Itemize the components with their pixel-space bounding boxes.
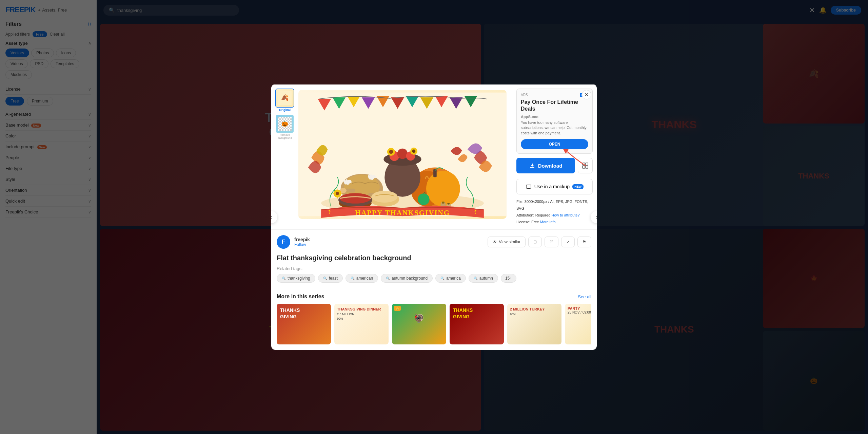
tags-section: Related tags: 🔍 thanksgiving 🔍 feast 🔍 a… xyxy=(277,266,591,283)
tag-thanksgiving[interactable]: 🔍 thanksgiving xyxy=(277,274,315,283)
svg-rect-50 xyxy=(447,203,450,204)
tag-autumn[interactable]: 🔍 autumn xyxy=(469,274,498,283)
series-item-4[interactable]: THANKSGIVING xyxy=(450,304,504,344)
svg-point-52 xyxy=(336,191,339,195)
svg-point-32 xyxy=(389,150,393,154)
collection-btn[interactable]: ⊡ xyxy=(528,237,542,247)
svg-point-54 xyxy=(329,209,330,211)
modal: ✕ ‹ › 🍂 Original xyxy=(271,84,597,350)
crown-badge: 👑 xyxy=(394,306,401,311)
attribution-link[interactable]: How to attribute? xyxy=(551,213,579,217)
ads-source: AppSumo xyxy=(521,115,588,119)
series-item-1[interactable]: THANKSGIVING xyxy=(277,304,331,344)
tag-feast[interactable]: 🔍 feast xyxy=(318,274,343,283)
modal-bottom-section: F freepik Follow 👁 View similar ⊡ ♡ ↗ xyxy=(271,229,597,294)
main-image: HAPPY THANKSGIVING xyxy=(298,90,507,219)
search-tag-icon-6: 🔍 xyxy=(474,276,478,280)
author-avatar: F xyxy=(277,235,290,249)
file-info-license: License: Free More info xyxy=(516,219,593,225)
share-icon: ↗ xyxy=(566,240,570,244)
search-tag-icon-2: 🔍 xyxy=(323,276,327,280)
thumb-original[interactable]: 🍂 Original xyxy=(275,88,294,111)
series-item-5[interactable]: 2 MILLION TURKEY 90% xyxy=(507,304,561,344)
svg-rect-48 xyxy=(442,201,445,203)
thumbnail-list: 🍂 Original xyxy=(271,84,298,229)
image-section: 🍂 Original xyxy=(271,84,512,229)
series-title: More in this series xyxy=(277,294,324,300)
see-all-btn[interactable]: See all xyxy=(578,294,591,299)
share-btn[interactable]: ↗ xyxy=(561,237,575,247)
search-tag-icon-5: 🔍 xyxy=(440,276,445,280)
action-buttons: 👁 View similar ⊡ ♡ ↗ ⚑ xyxy=(488,237,591,247)
series-header: More in this series See all xyxy=(277,294,591,300)
author-info: freepik Follow xyxy=(294,237,484,247)
main-image-area: HAPPY THANKSGIVING xyxy=(298,84,512,229)
author-follow-btn[interactable]: Follow xyxy=(294,242,484,247)
thumb-original-label: Original xyxy=(275,108,294,111)
search-tag-icon: 🔍 xyxy=(282,276,286,280)
download-icon xyxy=(529,163,535,169)
thanksgiving-illustration: HAPPY THANKSGIVING xyxy=(298,90,507,219)
license-link[interactable]: More info xyxy=(540,220,556,224)
view-similar-btn[interactable]: 👁 View similar xyxy=(488,237,526,247)
ads-title: Pay Once For Lifetime Deals xyxy=(521,98,588,113)
series-grid: THANKSGIVING THANKSGIVING DINNER 2.5 MIL… xyxy=(277,304,591,344)
asset-title: Flat thanksgiving celebration background xyxy=(277,254,591,262)
tags-label: Related tags: xyxy=(277,266,591,271)
svg-text:🍂: 🍂 xyxy=(281,94,289,101)
ads-label: ADS i ✕ xyxy=(521,93,588,96)
series-item-2[interactable]: THANKSGIVING DINNER 2.5 MILLION 92% xyxy=(334,304,389,344)
thumb-remove-bg[interactable]: 🎃 Removebackground xyxy=(275,114,294,139)
like-btn[interactable]: ♡ xyxy=(545,237,558,247)
red-arrow-svg xyxy=(562,149,589,169)
mockup-icon xyxy=(526,184,532,190)
tag-american[interactable]: 🔍 american xyxy=(346,274,378,283)
svg-point-45 xyxy=(340,193,371,203)
series-item-3[interactable]: 👑 🦃 xyxy=(392,304,446,344)
download-section: Download xyxy=(516,158,593,194)
svg-rect-62 xyxy=(527,188,530,189)
svg-rect-61 xyxy=(526,185,531,188)
svg-text:🎃: 🎃 xyxy=(281,120,288,127)
series-item-6[interactable]: PARTY 25 NOV / 09:00 P.M. xyxy=(565,304,591,344)
more-tags-btn[interactable]: 15+ xyxy=(501,274,516,283)
file-info-attribution: Attribution: Required How to attribute? xyxy=(516,212,593,219)
svg-point-24 xyxy=(426,170,460,206)
right-panel: ADS i ✕ Pay Once For Lifetime Deals AppS… xyxy=(512,84,597,229)
search-tag-icon-3: 🔍 xyxy=(351,276,355,280)
svg-point-55 xyxy=(475,209,476,211)
tag-autumn-background[interactable]: 🔍 autumn background xyxy=(381,274,433,283)
modal-close-btn[interactable]: ✕ xyxy=(582,90,591,99)
tag-america[interactable]: 🔍 america xyxy=(435,274,466,283)
modal-top-section: 🍂 Original xyxy=(271,84,597,229)
mockup-new-badge: NEW xyxy=(572,184,584,189)
tags-row: 🔍 thanksgiving 🔍 feast 🔍 american 🔍 autu… xyxy=(277,274,591,283)
author-name: freepik xyxy=(294,237,484,242)
collection-icon: ⊡ xyxy=(533,240,537,244)
search-tag-icon-4: 🔍 xyxy=(386,276,390,280)
flag-btn[interactable]: ⚑ xyxy=(577,237,591,247)
flag-icon: ⚑ xyxy=(583,240,586,244)
mockup-btn[interactable]: Use in a mockup NEW xyxy=(516,179,593,194)
ads-open-btn[interactable]: OPEN xyxy=(521,139,588,149)
svg-point-42 xyxy=(372,190,398,202)
ads-desc: You have too many software subscriptions… xyxy=(521,120,588,136)
author-row: F freepik Follow 👁 View similar ⊡ ♡ ↗ xyxy=(277,235,591,249)
series-section: More in this series See all THANKSGIVING… xyxy=(271,294,597,350)
view-similar-icon: 👁 xyxy=(493,240,497,244)
thumb-remove-bg-img[interactable]: 🎃 xyxy=(275,114,294,133)
svg-point-29 xyxy=(397,148,408,159)
svg-point-34 xyxy=(412,149,416,153)
svg-point-46 xyxy=(418,193,430,205)
file-info-file: File: 3000×2000px / AI, EPS, JPG, FONTS,… xyxy=(516,199,593,212)
heart-icon: ♡ xyxy=(550,240,553,244)
thumb-original-img[interactable]: 🍂 xyxy=(275,88,294,107)
ads-box: ADS i ✕ Pay Once For Lifetime Deals AppS… xyxy=(516,88,593,154)
file-info: File: 3000×2000px / AI, EPS, JPG, FONTS,… xyxy=(516,199,593,225)
svg-text:HAPPY THANKSGIVING: HAPPY THANKSGIVING xyxy=(355,208,450,216)
thumb-remove-bg-label: Removebackground xyxy=(275,133,294,139)
